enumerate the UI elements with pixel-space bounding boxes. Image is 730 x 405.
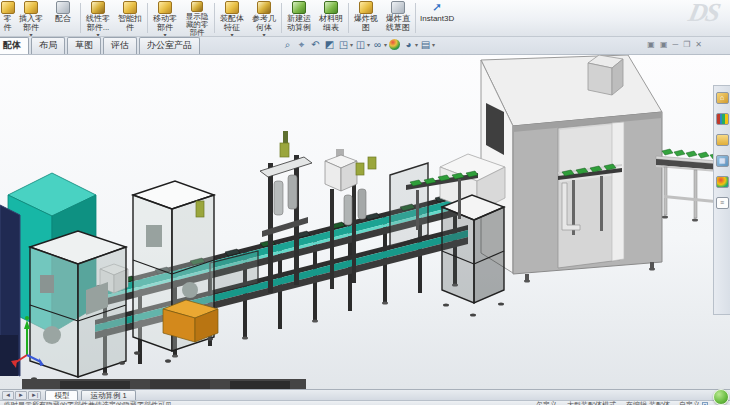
task-pane-strip: ⌂ ▦ ≡ — [713, 85, 730, 315]
ribbon-button-bill-of-materials[interactable]: 材料明细表 — [315, 0, 347, 36]
move-component-icon — [158, 1, 172, 14]
ribbon-separator — [348, 3, 349, 33]
zoom-fit-icon[interactable]: ⌕ — [281, 38, 294, 51]
status-message: 临时显示所有隐藏的零部件并使选定的隐藏零部件可见 — [4, 400, 172, 405]
status-assembly-mode: 大型装配体模式 — [567, 400, 616, 405]
ribbon-toolbar: DS 零件 插入零部件 ▾ 配合 线性零部件... ▾ 智能扣件 移动零部件 — [0, 0, 730, 37]
smart-fasteners-icon — [123, 1, 137, 14]
ribbon-button-instant3d[interactable]: ➚ Instant3D — [417, 0, 457, 36]
dassault-logo: DS — [686, 0, 722, 28]
instant3d-icon: ➚ — [430, 1, 444, 14]
ribbon-button-explode-line-sketch[interactable]: 爆炸直线草图 — [382, 0, 414, 36]
dropdown-arrow-icon[interactable]: ▾ — [163, 33, 166, 37]
customize-menu[interactable]: 自定义 ? — [679, 400, 708, 405]
ribbon-button-show-hidden-components[interactable]: 显示隐藏的零部件 — [181, 0, 213, 36]
command-tab-row: 配体 布局 草图 评估 办公室产品 ⌕ ⌖ ↶ ◩ ◳▾ ◫▾ ∞▾ ◕▾ ▤▾… — [0, 37, 730, 55]
panel-right-button[interactable]: ▣ — [660, 39, 668, 51]
component-icon — [1, 1, 15, 14]
dropdown-arrow-icon[interactable]: ▾ — [29, 33, 32, 37]
ribbon-separator — [281, 3, 282, 33]
view-settings-icon[interactable]: ▤▾ — [419, 38, 435, 51]
assembly-features-icon — [225, 1, 239, 14]
restore-button[interactable]: ❐ — [683, 39, 690, 51]
status-bar: 临时显示所有隐藏的零部件并使选定的隐藏零部件可见 欠定义 大型装配体模式 在编辑… — [0, 400, 730, 405]
dropdown-arrow-icon[interactable]: ▾ — [262, 33, 265, 37]
ribbon-button-mate[interactable]: 配合 — [47, 0, 79, 36]
status-right-group: 欠定义 大型装配体模式 在编辑 装配体 — [536, 400, 670, 405]
model-tab[interactable]: 模型 — [45, 390, 78, 400]
ribbon-button-assembly-features[interactable]: 装配体特征 ▾ — [216, 0, 248, 36]
design-library-tab[interactable] — [716, 113, 729, 125]
tab-layout[interactable]: 布局 — [31, 37, 65, 54]
status-defined-state: 欠定义 — [536, 400, 557, 405]
heads-up-view-toolbar: ⌕ ⌖ ↶ ◩ ◳▾ ◫▾ ∞▾ ◕▾ ▤▾ — [281, 38, 435, 51]
scroll-tabs-end-button[interactable]: ►| — [28, 391, 42, 400]
scroll-tabs-right-button[interactable]: ► — [15, 391, 27, 400]
hide-show-items-icon[interactable]: ∞▾ — [371, 38, 387, 51]
ribbon-separator — [80, 3, 81, 33]
dropdown-arrow-icon[interactable]: ▾ — [230, 33, 233, 37]
show-hidden-components-icon — [191, 1, 203, 12]
front-cabinet-1[interactable] — [30, 231, 126, 387]
view-orientation-icon[interactable]: ◳▾ — [337, 38, 353, 51]
chat-bubble-overlay-icon[interactable] — [713, 389, 729, 405]
ribbon-button-insert-components[interactable]: 插入零部件 ▾ — [15, 0, 47, 36]
graphics-area[interactable]: ⌂ ▦ ≡ — [0, 55, 730, 389]
insert-components-icon — [24, 1, 38, 14]
section-view-icon[interactable]: ◩ — [323, 38, 336, 51]
framed-cart[interactable] — [442, 195, 504, 317]
ribbon-separator — [147, 3, 148, 33]
display-style-icon[interactable]: ◫▾ — [354, 38, 370, 51]
custom-properties-tab[interactable]: ≡ — [716, 197, 729, 209]
solidworks-window: DS 零件 插入零部件 ▾ 配合 线性零部件... ▾ 智能扣件 移动零部件 — [0, 0, 730, 405]
tab-assembly[interactable]: 配体 — [0, 37, 29, 54]
ribbon-separator — [214, 3, 215, 33]
ribbon-button-reference-geometry[interactable]: 参考几何体 ▾ — [248, 0, 280, 36]
ribbon-button-smart-fasteners[interactable]: 智能扣件 — [114, 0, 146, 36]
zoom-area-icon[interactable]: ⌖ — [295, 38, 308, 51]
status-editing: 在编辑 装配体 — [626, 400, 670, 405]
tab-office-products[interactable]: 办公室产品 — [139, 37, 200, 54]
bottom-tab-bar: ◄ ► ►| 模型 运动算例 1 — [0, 389, 730, 400]
edit-appearance-icon[interactable] — [388, 38, 401, 51]
explode-line-sketch-icon — [391, 1, 405, 14]
ribbon-button-clipped-component[interactable]: 零件 — [0, 0, 15, 36]
ribbon-button-new-motion-study[interactable]: 新建运动算例 — [283, 0, 315, 36]
minimize-button[interactable]: ─ — [672, 39, 678, 51]
file-explorer-tab[interactable] — [716, 134, 729, 146]
scroll-tabs-left-button[interactable]: ◄ — [2, 391, 14, 400]
navy-panel[interactable] — [0, 205, 20, 376]
tab-sketch[interactable]: 草图 — [67, 37, 101, 54]
reference-geometry-icon — [257, 1, 271, 14]
previous-view-icon[interactable]: ↶ — [309, 38, 322, 51]
close-button[interactable]: ✕ — [695, 39, 702, 51]
view-palette-tab[interactable]: ▦ — [716, 155, 729, 167]
ribbon-button-linear-component-pattern[interactable]: 线性零部件... ▾ — [82, 0, 114, 36]
mate-icon — [56, 1, 70, 14]
linear-pattern-icon — [91, 1, 105, 14]
bill-of-materials-icon — [324, 1, 338, 14]
ribbon-button-move-component[interactable]: 移动零部件 ▾ — [149, 0, 181, 36]
dropdown-arrow-icon[interactable]: ▾ — [96, 33, 99, 37]
motion-study-tab[interactable]: 运动算例 1 — [81, 390, 135, 400]
floor-strip[interactable] — [22, 379, 306, 389]
machine-enclosure[interactable] — [481, 55, 662, 283]
solidworks-resources-tab[interactable]: ⌂ — [716, 92, 729, 104]
ribbon-button-exploded-view[interactable]: 爆炸视图 — [350, 0, 382, 36]
apply-scene-icon[interactable]: ◕▾ — [402, 38, 418, 51]
tab-evaluate[interactable]: 评估 — [103, 37, 137, 54]
exploded-view-icon — [359, 1, 373, 14]
appearances-scenes-tab[interactable] — [716, 176, 729, 188]
new-motion-study-icon — [292, 1, 306, 14]
panel-left-button[interactable]: ▣ — [647, 39, 655, 51]
window-controls: ▣ ▣ ─ ❐ ✕ — [647, 39, 702, 51]
roof-box[interactable] — [588, 55, 623, 95]
ribbon-separator — [415, 3, 416, 33]
3d-viewport-scene[interactable] — [0, 55, 730, 389]
